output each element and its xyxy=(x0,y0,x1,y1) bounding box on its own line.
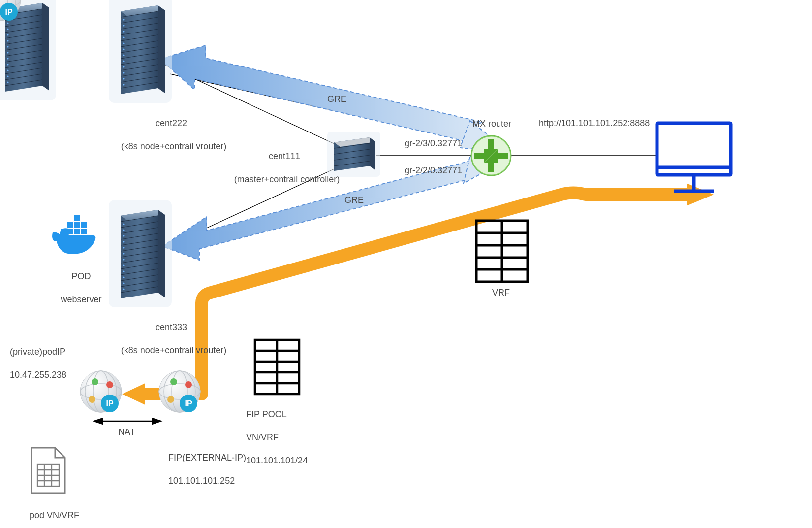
svg-point-39 xyxy=(7,75,8,77)
svg-line-48 xyxy=(334,161,370,166)
server-icon-cent222 xyxy=(109,0,172,103)
svg-line-20 xyxy=(5,33,42,38)
svg-marker-14 xyxy=(5,3,49,14)
svg-marker-51 xyxy=(484,139,498,156)
svg-rect-63 xyxy=(67,222,73,228)
svg-point-33 xyxy=(7,40,8,41)
svg-point-34 xyxy=(7,46,8,47)
svg-line-25 xyxy=(5,62,42,68)
svg-point-29 xyxy=(7,16,8,18)
nat-label: NAT xyxy=(118,427,135,438)
podip-label: (private)podIP 10.47.255.238 xyxy=(5,335,66,381)
url-label: http://101.101.101.252:8888 xyxy=(539,118,650,129)
globe-ip-icon-private xyxy=(80,371,122,412)
podvrf-label: pod VN/VRF 10.47.255.238 xyxy=(25,498,86,528)
svg-marker-10 xyxy=(687,183,714,206)
server-icon-cent111 xyxy=(327,132,380,177)
fip-pool-l3: 101.101.101/24 xyxy=(246,456,308,465)
vrf-label: VRF xyxy=(492,287,510,298)
svg-rect-59 xyxy=(61,229,66,234)
server-rack-template xyxy=(0,0,56,100)
podvrf-l1: pod VN/VRF xyxy=(30,510,79,520)
svg-rect-65 xyxy=(81,222,87,228)
server-icon-cent333 xyxy=(109,200,172,307)
podip-l1: (private)podIP xyxy=(10,347,65,357)
svg-point-37 xyxy=(7,64,8,65)
cent111-sub: (master+contrail controller) xyxy=(218,174,356,185)
svg-marker-15 xyxy=(42,3,49,91)
svg-point-50 xyxy=(471,136,511,175)
svg-rect-73 xyxy=(255,340,299,394)
svg-rect-41 xyxy=(327,132,380,177)
svg-line-28 xyxy=(5,80,42,86)
svg-line-23 xyxy=(5,50,42,56)
computer-icon xyxy=(657,123,731,191)
svg-line-17 xyxy=(5,15,42,21)
svg-marker-43 xyxy=(334,137,375,147)
fip-label: FIP(EXTERNAL-IP) 101.101.101.252 xyxy=(163,441,246,487)
cent333-name: cent333 xyxy=(156,322,187,332)
orange-flow-arrow xyxy=(122,183,714,405)
fip-pool-l2: VN/VRF xyxy=(246,432,279,442)
svg-point-35 xyxy=(7,52,8,53)
fip-l1: FIP(EXTERNAL-IP) xyxy=(168,453,246,462)
svg-rect-12 xyxy=(0,0,56,100)
if1-label: gr-2/3/0.32771 xyxy=(405,138,462,149)
svg-marker-9 xyxy=(464,156,511,183)
svg-marker-53 xyxy=(474,149,491,163)
svg-line-26 xyxy=(5,68,42,74)
svg-rect-61 xyxy=(74,229,80,234)
docker-icon xyxy=(52,215,95,254)
cent111-label: cent111 (master+contrail controller) xyxy=(233,139,331,186)
svg-point-38 xyxy=(7,69,8,71)
cent222-label: cent222 (k8s node+contrail vrouter) xyxy=(125,106,213,153)
svg-text:IP: IP xyxy=(5,8,12,16)
cent333-sub: (k8s node+contrail vrouter) xyxy=(100,345,248,356)
svg-rect-62 xyxy=(81,229,87,234)
podip-l2: 10.47.255.238 xyxy=(10,370,66,380)
svg-point-79 xyxy=(0,0,21,21)
svg-line-16 xyxy=(5,9,42,15)
gre-label-bottom: GRE xyxy=(344,195,364,206)
svg-point-82 xyxy=(0,0,16,21)
router-icon xyxy=(471,136,511,175)
cent111-name: cent111 xyxy=(269,151,300,161)
fip-l2: 101.101.101.252 xyxy=(168,476,235,486)
svg-rect-64 xyxy=(74,222,80,228)
svg-line-22 xyxy=(5,44,42,50)
svg-line-45 xyxy=(334,143,370,148)
svg-line-0 xyxy=(170,74,468,140)
svg-point-40 xyxy=(7,81,8,83)
fip-pool-l1: FIP POOL xyxy=(246,409,287,419)
svg-point-36 xyxy=(7,58,8,59)
vrf-table-icon xyxy=(476,221,528,282)
svg-point-80 xyxy=(0,0,21,8)
svg-marker-54 xyxy=(491,149,508,163)
svg-marker-44 xyxy=(370,137,375,170)
svg-line-24 xyxy=(5,56,42,62)
gre-label-top: GRE xyxy=(327,94,346,105)
cent333-label: cent333 (k8s node+contrail vrouter) xyxy=(125,310,213,357)
svg-marker-13 xyxy=(5,3,42,92)
svg-line-47 xyxy=(334,155,370,160)
svg-line-46 xyxy=(334,149,370,154)
svg-line-21 xyxy=(5,38,42,44)
svg-rect-67 xyxy=(476,221,528,282)
cent222-sub: (k8s node+contrail vrouter) xyxy=(100,141,248,152)
globe-ip-icon-fip xyxy=(159,371,200,412)
svg-rect-88 xyxy=(37,464,59,486)
svg-line-27 xyxy=(5,74,42,80)
spreadsheet-file-icon xyxy=(31,448,65,493)
svg-point-86 xyxy=(0,3,18,21)
mx-label: MX router xyxy=(472,118,511,130)
svg-rect-55 xyxy=(657,123,731,175)
svg-rect-66 xyxy=(74,215,80,221)
cent222-name: cent222 xyxy=(156,118,187,128)
svg-point-31 xyxy=(7,28,8,30)
svg-marker-42 xyxy=(334,137,370,171)
svg-point-32 xyxy=(7,34,8,35)
svg-point-81 xyxy=(0,0,8,21)
svg-rect-60 xyxy=(67,229,73,234)
svg-line-18 xyxy=(5,21,42,27)
pod-l2: webserver xyxy=(61,295,101,304)
